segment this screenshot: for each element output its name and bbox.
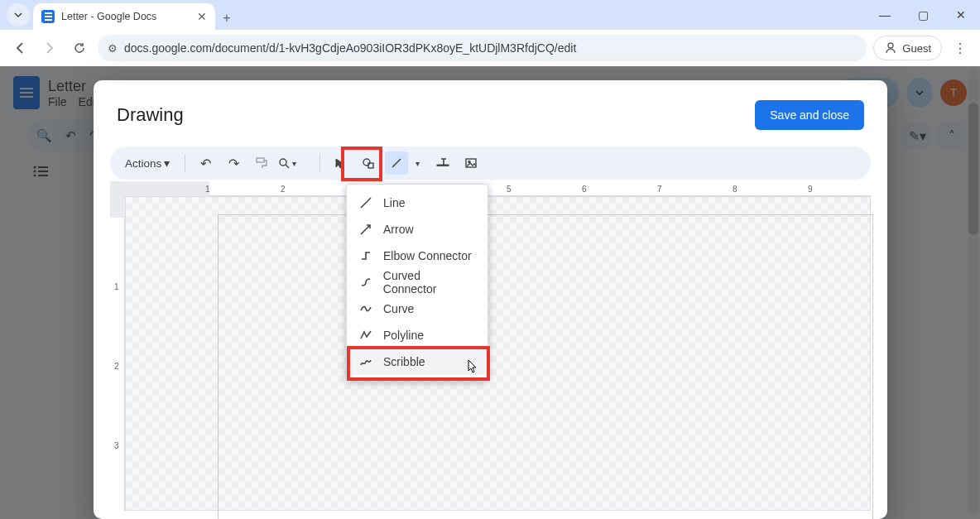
paint-format-icon[interactable]: [250, 151, 273, 175]
tabs-dropdown[interactable]: [7, 3, 30, 26]
save-label: Save and close: [770, 108, 849, 122]
textbox-tool-icon[interactable]: [431, 151, 454, 175]
line-type-menu: Line Arrow Elbow Connector Curved Connec…: [346, 184, 488, 381]
caret-down-icon: ▾: [416, 159, 420, 168]
menu-item-label: Line: [383, 196, 405, 209]
ruler-tick: 3: [114, 441, 119, 450]
vertical-ruler[interactable]: 1 2 3 4: [110, 196, 125, 511]
zoom-dropdown[interactable]: ▾: [278, 151, 311, 175]
profile-chip[interactable]: Guest: [873, 36, 942, 60]
window-maximize[interactable]: ▢: [904, 0, 942, 30]
window-minimize[interactable]: —: [866, 0, 904, 30]
svg-point-9: [363, 159, 370, 166]
curve-icon: [358, 301, 373, 316]
actions-label: Actions: [125, 157, 161, 170]
menu-item-label: Elbow Connector: [383, 249, 472, 262]
ruler-tick: 2: [114, 362, 119, 371]
close-tab-icon[interactable]: ✕: [197, 10, 207, 23]
window-close[interactable]: ✕: [942, 0, 980, 30]
omnibox[interactable]: ⚙ docs.google.com/document/d/1-kvH3gCdje…: [98, 35, 867, 61]
svg-point-13: [468, 161, 470, 163]
browser-window: Letter - Google Docs ✕ + — ▢ ✕ ⚙ docs.go…: [0, 0, 980, 519]
select-tool-icon[interactable]: [329, 151, 352, 175]
browser-tab[interactable]: Letter - Google Docs ✕: [33, 3, 215, 30]
ruler-tick: 7: [657, 185, 662, 194]
ruler-tick: 2: [281, 185, 286, 194]
undo-icon[interactable]: ↶: [194, 151, 217, 175]
menu-item-label: Arrow: [383, 223, 414, 236]
ruler-tick: 5: [507, 185, 512, 194]
menu-item-label: Polyline: [383, 329, 424, 342]
browser-menu-icon[interactable]: ⋮: [949, 36, 972, 60]
elbow-connector-icon: [358, 248, 373, 263]
menu-item-label: Curved Connector: [383, 269, 476, 296]
nav-forward: [38, 36, 61, 60]
tab-title: Letter - Google Docs: [61, 11, 190, 22]
url-text: docs.google.com/document/d/1-kvH3gCdjeAo…: [124, 41, 576, 55]
line-tool-split-button: ▾: [385, 151, 426, 175]
menu-item-elbow-connector[interactable]: Elbow Connector: [347, 243, 488, 269]
image-tool-icon[interactable]: [459, 151, 483, 175]
svg-rect-11: [437, 165, 449, 166]
nav-back[interactable]: [8, 36, 31, 60]
line-tool-dropdown[interactable]: ▾: [408, 151, 426, 175]
profile-label: Guest: [902, 42, 931, 55]
ruler-tick: 8: [733, 185, 737, 194]
redo-icon[interactable]: ↷: [222, 151, 245, 175]
drawing-toolbar: Actions▾ ↶ ↷ ▾ ▾: [110, 147, 871, 180]
drawing-dialog: Drawing Save and close Actions▾ ↶ ↷ ▾ ▾ …: [94, 80, 887, 519]
ruler-tick: 6: [582, 185, 587, 194]
menu-item-line[interactable]: Line: [347, 190, 488, 216]
window-controls: — ▢ ✕: [866, 0, 980, 30]
save-and-close-button[interactable]: Save and close: [755, 100, 864, 130]
new-tab-button[interactable]: +: [215, 7, 238, 30]
horizontal-ruler[interactable]: 1 2 3 4 5 6 7 8 9: [110, 181, 871, 196]
svg-rect-7: [257, 158, 264, 162]
tab-strip: Letter - Google Docs ✕ + — ▢ ✕: [0, 0, 980, 30]
line-tool-button[interactable]: [385, 151, 408, 175]
actions-menu[interactable]: Actions▾: [118, 151, 176, 175]
shape-tool-icon[interactable]: [357, 151, 380, 175]
caret-down-icon: ▾: [164, 156, 170, 170]
caret-down-icon: ▾: [292, 159, 296, 168]
address-bar-row: ⚙ docs.google.com/document/d/1-kvH3gCdje…: [0, 30, 980, 66]
polyline-icon: [358, 328, 373, 343]
menu-item-arrow[interactable]: Arrow: [347, 216, 488, 243]
svg-point-0: [888, 43, 893, 48]
nav-reload[interactable]: [68, 36, 91, 60]
person-icon: [884, 41, 897, 55]
drawing-area: 1 2 3 4 5 6 7 8 9 1 2 3 4: [110, 181, 871, 511]
menu-item-curved-connector[interactable]: Curved Connector: [347, 269, 488, 296]
menu-item-label: Curve: [383, 302, 414, 315]
arrow-icon: [358, 222, 373, 237]
page-boundary: [219, 215, 872, 519]
scribble-icon: [358, 354, 373, 369]
docs-favicon: [41, 10, 55, 23]
menu-item-curve[interactable]: Curve: [347, 296, 488, 322]
drawing-canvas[interactable]: [125, 196, 871, 511]
site-settings-icon[interactable]: ⚙: [108, 42, 118, 55]
dialog-title: Drawing: [117, 104, 184, 126]
menu-item-label: Scribble: [383, 355, 425, 368]
svg-point-8: [280, 159, 286, 166]
line-icon: [358, 195, 373, 210]
ruler-tick: 1: [114, 282, 119, 291]
menu-item-scribble[interactable]: Scribble: [347, 348, 488, 375]
menu-item-polyline[interactable]: Polyline: [347, 322, 488, 348]
ruler-tick: 9: [808, 185, 813, 194]
ruler-tick: 1: [205, 185, 210, 194]
curved-connector-icon: [358, 275, 373, 290]
